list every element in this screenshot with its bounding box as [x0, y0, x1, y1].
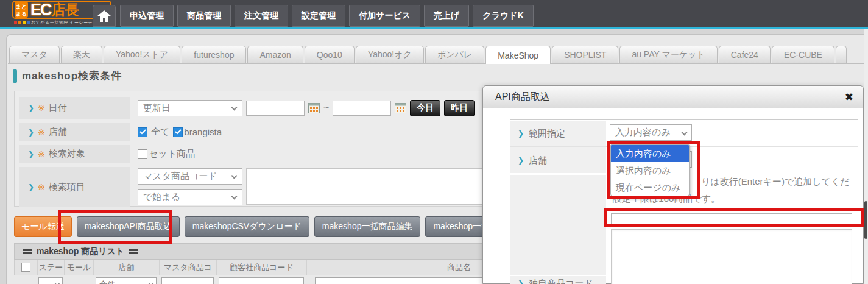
tab-ponpare[interactable]: ポンパレ: [425, 46, 484, 63]
range-separator: ~: [323, 102, 329, 113]
code-row-label-cell: [510, 175, 606, 275]
column-status: ステー: [38, 260, 65, 275]
vertical-scrollbar[interactable]: [864, 29, 868, 284]
column-customer-code: 顧客社商品コード: [217, 260, 307, 275]
customer-code-filter-input[interactable]: [219, 277, 304, 284]
tab-master[interactable]: マスタ: [9, 46, 60, 63]
title-accent-bar: [13, 69, 17, 83]
logo-tencho-text: 店長: [52, 1, 79, 20]
shop-row-label: ❯ 店舗: [510, 147, 606, 173]
shop-row-label: ❯ ※ 店舗: [19, 123, 130, 141]
makeshop-api-import-button[interactable]: makeshopAPI商品取込: [77, 216, 180, 237]
checkbox-set-product[interactable]: [138, 149, 147, 159]
topbar: まと まる EC 店長 おてがる一括管理 イーシーテンチョウ 申込管理 商品管理: [0, 0, 868, 27]
item-row-label: ❯ ※ 検索項目: [19, 167, 130, 207]
item-match-select[interactable]: で始まる: [138, 189, 242, 205]
target-controls: セット商品: [130, 145, 195, 163]
column-master-code: マスタ商品コ: [160, 260, 217, 275]
check-icon: [139, 129, 146, 135]
tab-cafe24[interactable]: Cafe24: [719, 46, 771, 63]
date-to-input[interactable]: [333, 101, 391, 116]
item-select-stack: マスタ商品コード で始まる: [138, 168, 242, 205]
tab-yahoo-store[interactable]: Yahoo!ストア: [104, 46, 180, 63]
product-list-title: makeshop 商品リスト: [37, 246, 124, 257]
dropdown-option-selected-only[interactable]: 選択内容のみ: [611, 162, 689, 179]
dialog-title: API商品取込: [495, 91, 550, 104]
dialog-header[interactable]: API商品取込 ✖: [483, 86, 863, 108]
checkbox-all-shops[interactable]: [138, 127, 147, 137]
bottom-row-label: ❯ 独自商品コード: [510, 276, 606, 284]
menu-item-products[interactable]: 商品管理: [177, 5, 231, 27]
tab-shoplist[interactable]: SHOPLIST: [552, 46, 618, 63]
tab-aupay-market[interactable]: au PAY マーケット: [619, 46, 717, 63]
logo-badge: まと まる: [15, 2, 28, 18]
shop-filter-value: 全件: [99, 279, 115, 284]
menu-item-applications[interactable]: 申込管理: [120, 5, 174, 27]
master-code-filter-input[interactable]: [161, 277, 214, 284]
shop-controls: 全て brangista: [130, 123, 222, 141]
deco-square-blue: [27, 21, 30, 24]
deco-square-yellow: [23, 21, 26, 24]
menu-item-cloud-k[interactable]: クラウドK: [473, 5, 533, 27]
item-match-value: で始まる: [143, 191, 180, 203]
chevron-down-icon: [231, 104, 238, 110]
chevron-right-icon: ❯: [518, 129, 524, 138]
checkbox-brangista[interactable]: [173, 127, 183, 137]
tab-futureshop[interactable]: futureshop: [182, 46, 246, 63]
date-type-select[interactable]: 更新日: [138, 100, 242, 116]
date-row-label: ❯ ※ 日付: [19, 97, 130, 119]
makeshop-csv-download-button[interactable]: makeshopCSVダウンロード: [185, 216, 309, 237]
product-code-input[interactable]: [611, 213, 852, 225]
close-icon[interactable]: ✖: [845, 92, 853, 102]
menu-item-addon-services[interactable]: 付加サービス: [349, 5, 420, 27]
date-from-input[interactable]: [246, 101, 305, 116]
range-dropdown-menu: 入力内容のみ 選択内容のみ 現在ページのみ: [610, 144, 690, 197]
menu-item-sales[interactable]: 売上げ: [424, 5, 469, 27]
dropdown-option-current-page-only[interactable]: 現在ページのみ: [611, 179, 689, 196]
dropdown-option-input-only[interactable]: 入力内容のみ: [611, 145, 689, 162]
menu-item-orders[interactable]: 注文管理: [235, 5, 288, 27]
filter-status-cell: [37, 277, 64, 284]
logo-badge-top: まと: [15, 3, 28, 10]
tab-qoo10[interactable]: Qoo10: [305, 46, 355, 63]
status-filter-select[interactable]: [38, 277, 63, 284]
range-select[interactable]: 入力内容のみ: [610, 124, 692, 141]
chevron-down-icon: [231, 194, 238, 200]
select-all-checkbox[interactable]: [21, 263, 30, 272]
range-select-value: 入力内容のみ: [615, 127, 671, 138]
chevron-right-icon: ❯: [28, 183, 34, 191]
item-field-value: マスタ商品コード: [143, 171, 217, 182]
today-button[interactable]: 今日: [410, 100, 440, 116]
tab-makeshop[interactable]: MakeShop: [485, 46, 551, 64]
mall-transfer-button[interactable]: モール転送: [14, 216, 72, 237]
calendar-icon[interactable]: [395, 102, 406, 113]
chevron-down-icon: [682, 130, 688, 136]
actions-row: モール転送 makeshopAPI商品取込 makeshopCSVダウンロード …: [14, 216, 532, 237]
yesterday-button[interactable]: 昨日: [444, 100, 475, 116]
scrollbar-thumb[interactable]: [864, 201, 867, 239]
home-button[interactable]: [93, 5, 116, 27]
tab-rakuten[interactable]: 楽天: [61, 46, 102, 63]
target-row-label: ❯ ※ 検索対象: [19, 145, 130, 163]
shop-filter-select[interactable]: 全件: [96, 277, 157, 284]
tab-yahoo-auction[interactable]: Yahoo!オク: [356, 46, 424, 63]
chevron-right-icon: ❯: [518, 279, 524, 284]
tab-ec-cube[interactable]: EC-CUBE: [772, 46, 834, 63]
shop-label: 店舗: [49, 126, 67, 138]
makeshop-bulk-edit-button[interactable]: makeshop一括商品編集: [314, 216, 421, 237]
calendar-icon[interactable]: [308, 102, 320, 113]
tab-amazon[interactable]: Amazon: [247, 46, 303, 63]
header-checkbox-cell: [15, 260, 38, 275]
product-code-textarea[interactable]: [611, 229, 852, 284]
filter-master-code-cell: [159, 277, 216, 284]
accent-divider: [0, 27, 868, 29]
menu-item-settings[interactable]: 設定管理: [292, 5, 345, 27]
tab-partial[interactable]: [836, 46, 847, 63]
set-product-label: セット商品: [149, 148, 195, 160]
range-row-label: ❯ 範囲指定: [510, 121, 606, 146]
date-type-value: 更新日: [143, 102, 171, 114]
page-title-row: makeshop検索条件: [13, 69, 122, 83]
required-mark: ※: [38, 103, 45, 113]
screen: まと まる EC 店長 おてがる一括管理 イーシーテンチョウ 申込管理 商品管理: [0, 0, 868, 284]
item-field-select[interactable]: マスタ商品コード: [138, 168, 242, 185]
